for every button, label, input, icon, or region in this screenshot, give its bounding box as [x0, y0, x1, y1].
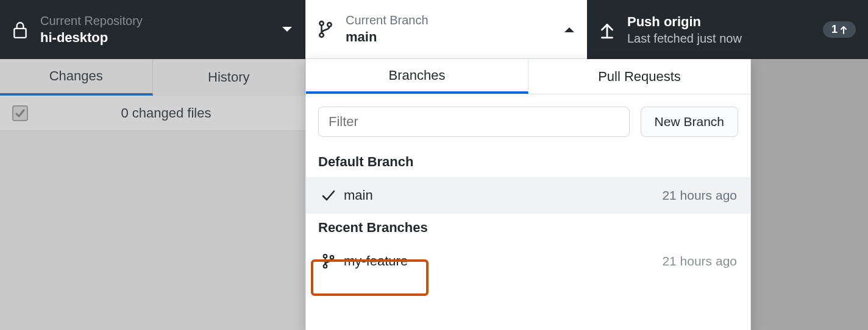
svg-point-6	[330, 256, 334, 259]
branch-item-my-feature[interactable]: my-feature 21 hours ago	[306, 243, 750, 279]
svg-point-3	[327, 23, 331, 26]
svg-rect-0	[14, 28, 26, 37]
push-badge: 1	[823, 21, 856, 38]
branch-item-time: 21 hours ago	[662, 188, 737, 203]
branch-filter-input[interactable]	[318, 107, 630, 137]
lock-icon	[12, 21, 28, 39]
svg-point-2	[319, 33, 323, 37]
tab-branches[interactable]: Branches	[306, 59, 528, 94]
branch-item-time: 21 hours ago	[662, 254, 737, 269]
push-status: Last fetched just now	[627, 30, 823, 46]
changed-files-row: 0 changed files	[0, 96, 305, 131]
branch-label: Current Branch	[346, 12, 557, 28]
changed-files-text: 0 changed files	[39, 105, 293, 121]
svg-point-1	[319, 21, 323, 25]
branch-name: main	[346, 28, 557, 46]
branch-item-name: my-feature	[338, 253, 662, 269]
tab-history[interactable]: History	[153, 59, 306, 96]
branch-selector[interactable]: Current Branch main	[305, 0, 587, 59]
svg-point-4	[324, 255, 327, 258]
git-branch-icon	[318, 20, 333, 38]
section-default-branch: Default Branch	[306, 148, 750, 177]
section-recent-branches: Recent Branches	[306, 214, 750, 243]
new-branch-button[interactable]: New Branch	[641, 107, 738, 137]
changes-panel: Changes History 0 changed files	[0, 59, 305, 330]
check-icon	[319, 190, 338, 201]
branch-item-main[interactable]: main 21 hours ago	[306, 177, 750, 214]
tab-changes[interactable]: Changes	[0, 59, 153, 96]
repo-selector[interactable]: Current Repository hi-desktop	[0, 0, 305, 59]
select-all-checkbox[interactable]	[12, 105, 28, 121]
chevron-down-icon	[282, 26, 293, 33]
repo-name: hi-desktop	[40, 29, 274, 47]
git-branch-icon	[319, 253, 338, 269]
repo-label: Current Repository	[40, 13, 274, 29]
branch-dropdown: Branches Pull Requests New Branch Defaul…	[305, 59, 751, 330]
push-label: Push origin	[627, 13, 823, 31]
push-origin[interactable]: Push origin Last fetched just now 1	[587, 0, 868, 59]
chevron-up-icon	[564, 26, 575, 33]
push-up-icon	[599, 21, 615, 39]
svg-point-5	[324, 265, 327, 269]
top-toolbar: Current Repository hi-desktop Current Br…	[0, 0, 868, 59]
tab-pull-requests[interactable]: Pull Requests	[528, 59, 750, 94]
push-badge-count: 1	[831, 23, 838, 36]
branch-item-name: main	[338, 188, 662, 203]
